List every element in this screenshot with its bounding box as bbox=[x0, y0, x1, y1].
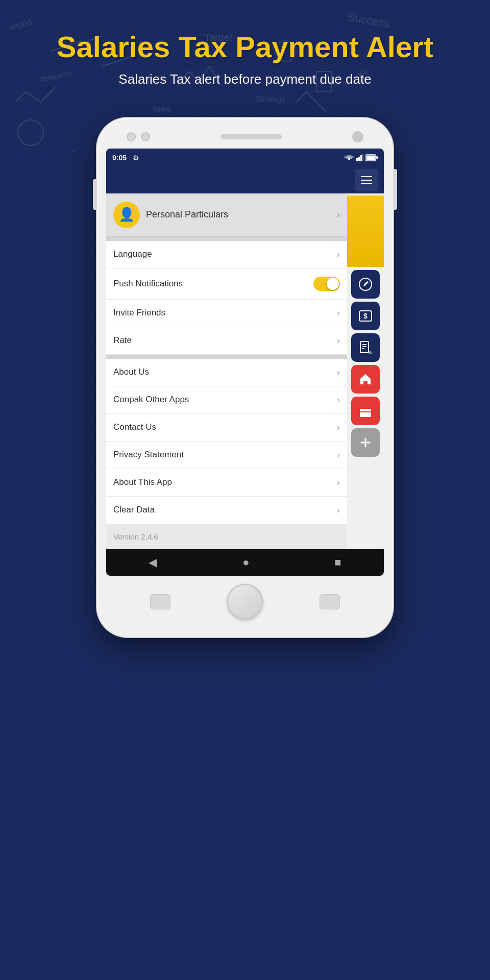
rate-item[interactable]: Rate › bbox=[106, 327, 347, 355]
privacy-statement-label: Privacy Statement bbox=[113, 450, 184, 460]
svg-rect-13 bbox=[358, 157, 360, 161]
recent-button[interactable]: ■ bbox=[334, 556, 341, 569]
about-us-label: About Us bbox=[113, 367, 149, 377]
sidebar-dollar-button[interactable]: $ bbox=[351, 302, 380, 330]
hamburger-button[interactable] bbox=[355, 169, 378, 191]
clear-data-label: Clear Data bbox=[113, 505, 155, 515]
signal-icon bbox=[356, 154, 363, 161]
svg-text:$: $ bbox=[363, 312, 368, 320]
phone-sensor bbox=[352, 131, 363, 142]
camera-dot-2 bbox=[141, 132, 150, 141]
contact-us-chevron-icon: › bbox=[337, 422, 340, 433]
svg-rect-14 bbox=[360, 155, 362, 161]
push-notifications-label: Push Notifications bbox=[113, 279, 183, 289]
soft-button-left bbox=[150, 594, 170, 609]
svg-rect-18 bbox=[366, 155, 375, 160]
language-chevron-icon: › bbox=[337, 249, 340, 260]
dollar-icon: $ bbox=[358, 309, 373, 323]
hamburger-line-1 bbox=[361, 176, 372, 177]
home-icon bbox=[358, 372, 373, 386]
phone-top-bar bbox=[106, 127, 384, 149]
home-hardware-button[interactable] bbox=[227, 584, 263, 620]
power-button bbox=[393, 169, 397, 210]
push-notifications-toggle[interactable] bbox=[313, 277, 340, 291]
header-area: Salaries Tax Payment Alert Salaries Tax … bbox=[0, 0, 490, 108]
edit-icon bbox=[358, 277, 373, 291]
conpak-other-apps-chevron-icon: › bbox=[337, 395, 340, 405]
camera-dot-1 bbox=[127, 132, 136, 141]
sidebar-edit-button[interactable] bbox=[351, 270, 380, 299]
personal-particulars-item[interactable]: 👤 Personal Particulars › bbox=[106, 193, 347, 237]
sidebar-tax-button[interactable]: % bbox=[351, 333, 380, 362]
sidebar-home-button[interactable] bbox=[351, 365, 380, 394]
svg-rect-25 bbox=[360, 411, 371, 412]
about-this-app-item[interactable]: About This App › bbox=[106, 469, 347, 497]
person-icon: 👤 bbox=[118, 207, 135, 223]
personal-chevron-icon: › bbox=[337, 209, 340, 220]
sidebar-panel: $ % bbox=[347, 193, 384, 549]
toggle-thumb bbox=[327, 278, 339, 290]
status-bar: 9:05 ⚙ bbox=[106, 149, 384, 167]
version-text: Version 2.4.6 bbox=[106, 524, 347, 549]
invite-friends-item[interactable]: Invite Friends › bbox=[106, 300, 347, 327]
phone-screen: 9:05 ⚙ bbox=[106, 149, 384, 576]
sidebar-banner bbox=[347, 195, 384, 267]
briefcase-icon bbox=[358, 404, 373, 418]
phone-speaker bbox=[220, 134, 282, 139]
clear-data-chevron-icon: › bbox=[337, 505, 340, 516]
section-divider-1 bbox=[106, 237, 347, 241]
toggle-track bbox=[313, 277, 340, 291]
status-time: 9:05 bbox=[112, 154, 127, 162]
contact-us-label: Contact Us bbox=[113, 422, 156, 432]
svg-rect-24 bbox=[360, 409, 371, 417]
plus-icon bbox=[358, 435, 373, 450]
contact-us-item[interactable]: Contact Us › bbox=[106, 414, 347, 442]
app-bar bbox=[106, 167, 384, 193]
wifi-icon bbox=[344, 154, 354, 161]
sidebar-plus-button[interactable] bbox=[351, 428, 380, 457]
rate-label: Rate bbox=[113, 335, 132, 346]
sidebar-briefcase-button[interactable] bbox=[351, 397, 380, 425]
main-list: 👤 Personal Particulars › Language › Push… bbox=[106, 193, 347, 549]
svg-rect-17 bbox=[376, 156, 378, 159]
rate-chevron-icon: › bbox=[337, 335, 340, 346]
invite-friends-chevron-icon: › bbox=[337, 308, 340, 318]
conpak-other-apps-item[interactable]: Conpak Other Apps › bbox=[106, 386, 347, 414]
screen-content: 👤 Personal Particulars › Language › Push… bbox=[106, 193, 384, 549]
push-notifications-item[interactable]: Push Notifications bbox=[106, 268, 347, 300]
avatar: 👤 bbox=[113, 202, 140, 228]
svg-rect-12 bbox=[356, 158, 358, 161]
hamburger-line-2 bbox=[361, 180, 372, 181]
svg-rect-15 bbox=[362, 154, 363, 161]
battery-icon bbox=[365, 154, 378, 161]
camera-area bbox=[127, 132, 150, 141]
soft-button-right bbox=[320, 594, 340, 609]
about-us-item[interactable]: About Us › bbox=[106, 359, 347, 386]
clear-data-item[interactable]: Clear Data › bbox=[106, 497, 347, 524]
conpak-other-apps-label: Conpak Other Apps bbox=[113, 395, 189, 405]
invite-friends-label: Invite Friends bbox=[113, 308, 165, 318]
app-title: Salaries Tax Payment Alert bbox=[20, 31, 470, 63]
phone-bottom bbox=[106, 576, 384, 628]
status-icons bbox=[344, 154, 378, 161]
home-button[interactable]: ● bbox=[242, 556, 249, 569]
settings-icon: ⚙ bbox=[133, 154, 139, 162]
language-label: Language bbox=[113, 249, 152, 259]
bottom-nav: ◀ ● ■ bbox=[106, 549, 384, 576]
about-this-app-label: About This App bbox=[113, 477, 172, 487]
svg-text:%: % bbox=[368, 350, 372, 355]
section-divider-2 bbox=[106, 355, 347, 359]
about-us-chevron-icon: › bbox=[337, 367, 340, 378]
app-subtitle: Salaries Tax alert before payment due da… bbox=[20, 71, 470, 87]
privacy-statement-chevron-icon: › bbox=[337, 450, 340, 460]
tax-icon: % bbox=[358, 340, 373, 355]
language-item[interactable]: Language › bbox=[106, 241, 347, 268]
personal-particulars-label: Personal Particulars bbox=[146, 209, 331, 220]
phone-device: 9:05 ⚙ bbox=[97, 118, 393, 637]
hamburger-line-3 bbox=[361, 183, 372, 184]
privacy-statement-item[interactable]: Privacy Statement › bbox=[106, 442, 347, 469]
volume-button bbox=[93, 179, 97, 210]
back-button[interactable]: ◀ bbox=[149, 556, 157, 569]
phone-wrapper: 9:05 ⚙ bbox=[0, 108, 490, 668]
about-this-app-chevron-icon: › bbox=[337, 477, 340, 488]
